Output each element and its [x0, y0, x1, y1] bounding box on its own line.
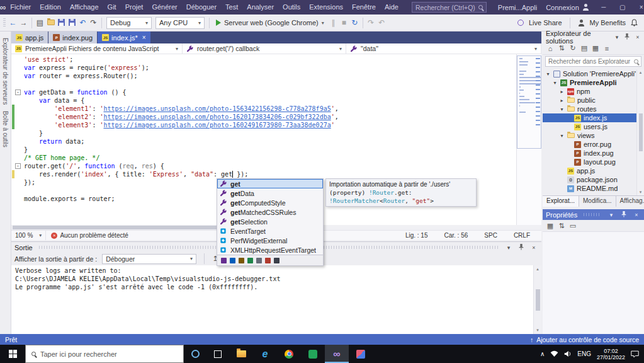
property-pages-icon[interactable]: ▭: [568, 222, 578, 230]
tool-window-side-tab[interactable]: Explorateur de serveurs: [2, 38, 9, 105]
completion-item[interactable]: getMatchedCSSRules: [217, 207, 323, 217]
code-line[interactable]: var router = express.Router();: [11, 72, 515, 80]
save-all-icon[interactable]: [67, 18, 77, 28]
visual-studio-taskbar-button[interactable]: [325, 345, 349, 363]
completion-item[interactable]: getComputedStyle: [217, 198, 323, 207]
menu-item[interactable]: Aide: [380, 0, 403, 14]
output-text[interactable]: Verbose logs are written to:C:\Users\DJA…: [11, 265, 533, 334]
menu-item[interactable]: Générer: [147, 0, 181, 14]
code-line[interactable]: var express = require('express');: [11, 64, 515, 72]
tree-item[interactable]: package.json: [543, 175, 636, 184]
tree-item[interactable]: users.js: [543, 122, 636, 131]
tree-item[interactable]: layout.pug: [543, 158, 636, 166]
eol-indicator[interactable]: CRLF: [514, 232, 530, 239]
code-line[interactable]: res.render('index', { title: 'Express', …: [11, 170, 515, 178]
menu-item[interactable]: Fenêtre: [347, 0, 380, 14]
code-line[interactable]: /* GET home page. */: [11, 154, 515, 162]
solution-platform-select[interactable]: Any CPU▾: [155, 17, 205, 29]
breadcrumb-member[interactable]: router.get('/') callback ▾: [183, 43, 346, 54]
completion-item[interactable]: EventTarget: [217, 226, 323, 236]
snippets-filter-icon[interactable]: [265, 258, 271, 263]
completion-item[interactable]: get: [217, 179, 323, 188]
edge-taskbar-button[interactable]: [253, 345, 277, 363]
live-share-button[interactable]: Live Share: [529, 19, 562, 26]
tree-item[interactable]: ▾routes: [543, 105, 636, 113]
wifi-icon[interactable]: [550, 350, 558, 357]
chevron-down-icon[interactable]: ▾: [607, 212, 616, 218]
fold-toggle-icon[interactable]: -: [15, 89, 21, 95]
sign-in-button[interactable]: Connexion: [541, 4, 594, 11]
toolbar-grip[interactable]: [3, 18, 6, 28]
switch-views-icon[interactable]: ⇅: [556, 44, 567, 52]
solution-configuration-select[interactable]: Debug▾: [106, 17, 152, 29]
locals-filter-icon[interactable]: [221, 258, 227, 263]
tree-item[interactable]: index.pug: [543, 149, 636, 158]
undo-icon[interactable]: ↶: [77, 18, 88, 27]
save-icon[interactable]: [56, 18, 67, 28]
cortana-button[interactable]: [184, 345, 206, 363]
start-button[interactable]: [0, 345, 25, 363]
new-file-icon[interactable]: ▤: [35, 18, 45, 27]
menu-item[interactable]: Fichier: [6, 0, 35, 14]
panel-drag-grip[interactable]: [584, 213, 601, 216]
code-line[interactable]: 'element3': 'https://images.unsplash.com…: [11, 121, 515, 129]
expander-icon[interactable]: ▸: [559, 98, 565, 103]
start-debugging-button[interactable]: Serveur web (Google Chrome) ▾: [216, 19, 324, 26]
tree-item[interactable]: app.js: [543, 166, 636, 175]
tree-item[interactable]: README.md: [543, 184, 636, 193]
code-line[interactable]: -var getData = function () {: [11, 88, 515, 96]
volume-icon[interactable]: [564, 350, 572, 357]
redo-icon[interactable]: ↷: [88, 18, 99, 27]
code-line[interactable]: -router.get('/', function (req, res) {: [11, 162, 515, 170]
code-line[interactable]: 'element1': 'https://images.unsplash.com…: [11, 105, 515, 113]
menu-item[interactable]: Test: [221, 0, 242, 14]
properties-icon[interactable]: ≡: [602, 45, 612, 52]
document-tab[interactable]: index.pug: [48, 32, 97, 43]
source-control-button[interactable]: ↑ Ajouter au contrôle de code source: [530, 336, 644, 343]
output-scrollbar[interactable]: ▴ ▾: [533, 265, 541, 334]
completion-item[interactable]: XMLHttpRequestEventTarget: [217, 245, 323, 255]
app-misc-taskbar-button[interactable]: [349, 345, 373, 363]
tree-item[interactable]: ▸npm: [543, 87, 636, 96]
classes-filter-icon[interactable]: [247, 258, 253, 263]
pin-icon[interactable]: [624, 33, 630, 41]
pause-icon[interactable]: ∥: [328, 18, 339, 27]
solution-search-box[interactable]: Rechercher dans Explorateur de sol: [545, 56, 641, 67]
navigate-back-icon[interactable]: ←: [8, 18, 18, 27]
code-line[interactable]: var data = {: [11, 96, 515, 105]
alphabetical-icon[interactable]: ⇅: [556, 222, 567, 230]
menu-item[interactable]: Edition: [35, 0, 65, 14]
completion-item[interactable]: getData: [217, 188, 323, 198]
output-source-select[interactable]: Déboguer ▾: [102, 254, 196, 264]
step-over-icon[interactable]: ↷: [366, 18, 376, 27]
code-line[interactable]: }: [11, 146, 515, 154]
menu-item[interactable]: Extensions: [305, 0, 347, 14]
tree-item[interactable]: ▸public: [543, 96, 636, 105]
breadcrumb-project-scope[interactable]: PremiereAppli Fichiers de contenu JavaSc…: [11, 43, 183, 54]
refresh-icon[interactable]: ↻: [568, 44, 578, 52]
chrome-taskbar-button[interactable]: [277, 345, 301, 363]
fold-toggle-icon[interactable]: -: [15, 163, 21, 169]
menu-item[interactable]: Analyser: [242, 0, 278, 14]
expander-icon[interactable]: ▸: [559, 89, 565, 95]
tree-item[interactable]: error.pug: [543, 140, 636, 149]
menu-item[interactable]: Projet: [121, 0, 148, 14]
code-line[interactable]: 'use strict';: [11, 55, 515, 64]
code-line[interactable]: return data;: [11, 137, 515, 146]
zoom-select[interactable]: 100 % ▾: [11, 231, 46, 240]
scroll-up-icon[interactable]: ▴: [536, 267, 539, 272]
pin-icon[interactable]: [619, 211, 628, 219]
expander-icon[interactable]: ▾: [545, 71, 551, 77]
collapse-all-icon[interactable]: ▦: [590, 44, 601, 52]
taskbar-search-box[interactable]: Taper ici pour rechercher: [25, 345, 184, 363]
completion-item[interactable]: PerfWidgetExternal: [217, 236, 323, 245]
scroll-down-icon[interactable]: ▾: [536, 328, 539, 333]
store-green-taskbar-button[interactable]: [301, 345, 325, 363]
expander-icon[interactable]: ▾: [559, 133, 565, 139]
bell-icon[interactable]: [631, 19, 638, 26]
chevron-up-icon[interactable]: ∧: [540, 350, 545, 357]
close-icon[interactable]: ×: [632, 212, 641, 218]
categorized-icon[interactable]: ▦: [545, 222, 555, 230]
properties-filter-icon[interactable]: [239, 258, 244, 263]
menu-item[interactable]: Affichage: [65, 0, 103, 14]
